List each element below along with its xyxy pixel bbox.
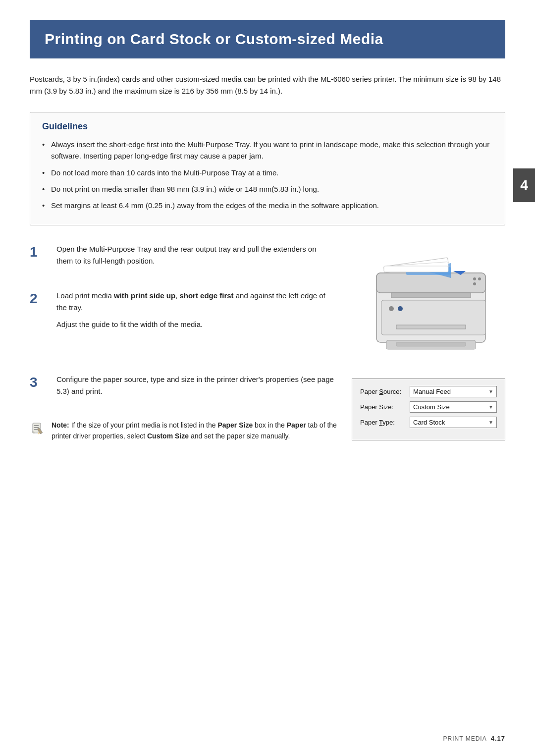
chapter-tab: 4	[513, 168, 535, 202]
guideline-item-3: Do not print on media smaller than 98 mm…	[42, 183, 493, 195]
step-2-text2: Adjust the guide to fit the width of the…	[56, 319, 332, 330]
paper-type-label: Paper Type:	[360, 419, 410, 426]
paper-size-dropdown-arrow[interactable]: ▼	[488, 404, 493, 410]
step-2-bold1: with print side up	[114, 291, 175, 300]
chapter-number: 4	[520, 177, 528, 193]
properties-dialog-wrapper: Paper Source: Manual Feed ▼ Paper Size: …	[352, 378, 505, 440]
note-text-2: box in the	[255, 421, 287, 429]
note-text-1: If the size of your print media is not l…	[71, 421, 218, 429]
intro-text: Postcards, 3 by 5 in.(index) cards and o…	[30, 73, 505, 97]
footer: Print Media 4.17	[443, 735, 505, 742]
note-bold2: Paper	[287, 421, 306, 429]
guideline-item-1: Always insert the short-edge first into …	[42, 139, 493, 162]
paper-source-value: Manual Feed	[413, 388, 451, 395]
note-label: Note:	[52, 421, 69, 429]
note-icon	[30, 421, 47, 439]
steps-1-2-section: 1 Open the Multi-Purpose Tray and the re…	[30, 243, 505, 359]
svg-rect-1	[376, 273, 485, 293]
step-3-content: Configure the paper source, type and siz…	[56, 374, 337, 402]
svg-point-15	[473, 282, 476, 285]
guidelines-list: Always insert the short-edge first into …	[42, 139, 493, 211]
svg-rect-4	[396, 325, 466, 329]
step-3-number: 3	[30, 375, 48, 390]
svg-point-6	[398, 306, 403, 311]
step-1-text: Open the Multi-Purpose Tray and the rear…	[56, 243, 332, 267]
paper-type-field[interactable]: Card Stock ▼	[410, 417, 497, 428]
svg-rect-17	[396, 342, 466, 346]
svg-rect-20	[34, 425, 39, 426]
paper-size-row: Paper Size: Custom Size ▼	[360, 401, 497, 413]
printer-svg	[347, 243, 505, 357]
paper-source-label: Paper Source:	[360, 388, 410, 395]
note-text-4: and set the paper size manually.	[191, 432, 290, 440]
svg-rect-22	[34, 429, 37, 430]
note-bold1: Paper Size	[217, 421, 253, 429]
paper-type-value: Card Stock	[413, 419, 445, 426]
paper-type-underline-t: T	[379, 419, 382, 426]
svg-rect-21	[34, 427, 39, 428]
svg-rect-3	[381, 300, 485, 335]
step-3-row: 3 Configure the paper source, type and s…	[30, 374, 337, 402]
page-title: Printing on Card Stock or Custom-sized M…	[30, 20, 505, 58]
paper-size-label: Paper Size:	[360, 403, 410, 411]
footer-label: Print Media	[443, 735, 487, 742]
step-2-text: Load print media with print side up, sho…	[56, 290, 332, 314]
guideline-item-2: Do not load more than 10 cards into the …	[42, 167, 493, 178]
paper-source-dropdown-arrow[interactable]: ▼	[488, 389, 493, 394]
paper-type-dropdown-arrow[interactable]: ▼	[488, 420, 493, 425]
step-3-left: 3 Configure the paper source, type and s…	[30, 374, 337, 446]
steps-left: 1 Open the Multi-Purpose Tray and the re…	[30, 243, 332, 353]
step-2-bold2: short edge first	[179, 291, 233, 300]
paper-size-value: Custom Size	[413, 403, 450, 411]
paper-source-row: Paper Source: Manual Feed ▼	[360, 386, 497, 397]
paper-source-field[interactable]: Manual Feed ▼	[410, 386, 497, 397]
guideline-item-4: Set margins at least 6.4 mm (0.25 in.) a…	[42, 200, 493, 211]
step-1-number: 1	[30, 244, 48, 260]
note-box: Note: If the size of your print media is…	[30, 420, 337, 441]
step-2-content: Load print media with print side up, sho…	[56, 290, 332, 335]
svg-rect-12	[384, 266, 448, 272]
note-bold3: Custom Size	[147, 432, 189, 440]
guidelines-box: Guidelines Always insert the short-edge …	[30, 112, 505, 225]
svg-point-5	[389, 306, 394, 311]
paper-source-underline-s: S	[379, 388, 383, 395]
svg-rect-2	[391, 293, 471, 298]
svg-point-13	[473, 277, 476, 280]
paper-type-row: Paper Type: Card Stock ▼	[360, 417, 497, 428]
step-1-row: 1 Open the Multi-Purpose Tray and the re…	[30, 243, 332, 272]
printer-illustration	[347, 243, 505, 359]
paper-size-field[interactable]: Custom Size ▼	[410, 401, 497, 413]
footer-page: 4.17	[491, 735, 505, 742]
step-2-number: 2	[30, 291, 48, 307]
step-1-content: Open the Multi-Purpose Tray and the rear…	[56, 243, 332, 272]
svg-point-14	[478, 277, 481, 280]
step-3-section: 3 Configure the paper source, type and s…	[30, 374, 505, 446]
step-3-text: Configure the paper source, type and siz…	[56, 374, 337, 397]
properties-dialog: Paper Source: Manual Feed ▼ Paper Size: …	[352, 378, 505, 440]
guidelines-title: Guidelines	[42, 121, 493, 132]
step-2-row: 2 Load print media with print side up, s…	[30, 290, 332, 335]
page: 4 Printing on Card Stock or Custom-sized…	[0, 0, 535, 756]
note-text: Note: If the size of your print media is…	[52, 420, 337, 441]
